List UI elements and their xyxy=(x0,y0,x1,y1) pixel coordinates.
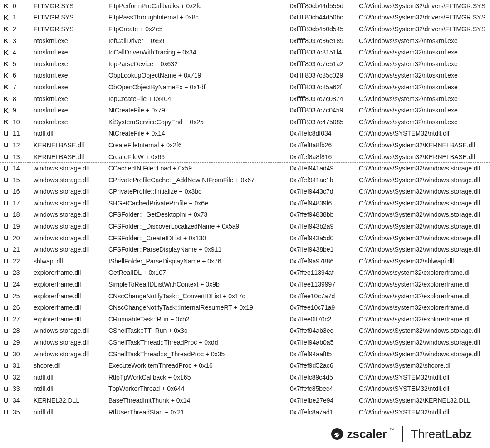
stack-row[interactable]: U17windows.storage.dllSHGetCachedPrivate… xyxy=(0,197,490,209)
address-cell: 0x7ffef94aaf85 xyxy=(290,348,359,360)
index-cell: 19 xyxy=(13,220,34,232)
mode-cell: U xyxy=(0,290,13,302)
stack-row[interactable]: K6ntoskrnl.exeObpLookupObjectName + 0x71… xyxy=(0,70,490,82)
stack-row[interactable]: U32ntdll.dllRtlpTpWorkCallback + 0x1650x… xyxy=(0,371,490,383)
function-cell: FltpPassThroughInternal + 0x8c xyxy=(108,12,290,24)
index-cell: 22 xyxy=(13,255,34,267)
index-cell: 0 xyxy=(13,0,34,12)
stack-row[interactable]: K2FLTMGR.SYSFltpCreate + 0x2e50xfffff80c… xyxy=(0,23,490,35)
module-cell: windows.storage.dll xyxy=(34,174,108,186)
address-cell: 0x7ffef94838bb xyxy=(290,209,359,221)
module-cell: ntoskrnl.exe xyxy=(34,104,108,116)
index-cell: 25 xyxy=(13,290,34,302)
stack-row[interactable]: U11ntdll.dllNtCreateFile + 0x140x7ffefc8… xyxy=(0,128,490,140)
mode-cell: U xyxy=(0,267,13,279)
address-cell: 0xfffff8037c85a62f xyxy=(290,81,359,93)
stack-row[interactable]: K3ntoskrnl.exeIofCallDriver + 0x590xffff… xyxy=(0,35,490,47)
path-cell: C:\Windows\System32\windows.storage.dll xyxy=(359,348,490,360)
address-cell: 0x7ffef943b2a9 xyxy=(290,220,359,232)
mode-cell: U xyxy=(0,174,13,186)
function-cell: ExecuteWorkItemThreadProc + 0x16 xyxy=(108,360,290,371)
path-cell: C:\Windows\system32\explorerframe.dll xyxy=(359,290,490,302)
index-cell: 15 xyxy=(13,174,34,186)
function-cell: IofCallDriver + 0x59 xyxy=(108,35,290,47)
stack-row[interactable]: U14windows.storage.dllCCachedINIFile::Lo… xyxy=(0,162,490,174)
stack-row[interactable]: U34KERNEL32.DLLBaseThreadInitThunk + 0x1… xyxy=(0,394,490,406)
stack-row[interactable]: U13KERNELBASE.dllCreateFileW + 0x660x7ff… xyxy=(0,151,490,163)
stack-row[interactable]: U27explorerframe.dllCRunnableTask::Run +… xyxy=(0,313,490,325)
address-cell: 0x7ffef94ab3ec xyxy=(290,325,359,337)
stack-row[interactable]: K7ntoskrnl.exeObOpenObjectByNameEx + 0x1… xyxy=(0,81,490,93)
stack-row[interactable]: U18windows.storage.dllCFSFolder::_GetDes… xyxy=(0,209,490,221)
stack-row[interactable]: U31shcore.dllExecuteWorkItemThreadProc +… xyxy=(0,360,490,371)
address-cell: 0x7ffefc8df034 xyxy=(290,128,359,140)
stack-row[interactable]: U21windows.storage.dllCFSFolder::ParseDi… xyxy=(0,243,490,255)
address-cell: 0x7ffefc89c4d5 xyxy=(290,371,359,383)
stack-row[interactable]: U12KERNELBASE.dllCreateFileInternal + 0x… xyxy=(0,139,490,151)
stack-row[interactable]: K8ntoskrnl.exeIopCreateFile + 0x4040xfff… xyxy=(0,93,490,105)
module-cell: shcore.dll xyxy=(34,360,108,371)
index-cell: 33 xyxy=(13,383,34,395)
address-cell: 0x7ffef9438be1 xyxy=(290,243,359,255)
index-cell: 21 xyxy=(13,243,34,255)
stack-row[interactable]: U24explorerframe.dllSimpleToRealIDListWi… xyxy=(0,278,490,290)
index-cell: 3 xyxy=(13,35,34,47)
stack-row[interactable]: K9ntoskrnl.exeNtCreateFile + 0x790xfffff… xyxy=(0,104,490,116)
address-cell: 0xfffff8037c7c0874 xyxy=(290,93,359,105)
mode-cell: U xyxy=(0,360,13,371)
stack-row[interactable]: U28windows.storage.dllCShellTask::TT_Run… xyxy=(0,325,490,337)
index-cell: 10 xyxy=(13,116,34,128)
function-cell: FltpPerformPreCallbacks + 0x2fd xyxy=(108,0,290,12)
mode-cell: U xyxy=(0,394,13,406)
mode-cell: U xyxy=(0,232,13,244)
stack-row[interactable]: K4ntoskrnl.exeIoCallDriverWithTracing + … xyxy=(0,46,490,58)
function-cell: RtlUserThreadStart + 0x21 xyxy=(108,406,290,418)
stack-row[interactable]: U35ntdll.dllRtlUserThreadStart + 0x210x7… xyxy=(0,406,490,418)
path-cell: C:\Windows\System32\windows.storage.dll xyxy=(359,186,490,198)
index-cell: 4 xyxy=(13,46,34,58)
stack-row[interactable]: U15windows.storage.dllCPrivateProfileCac… xyxy=(0,174,490,186)
function-cell: CShellTask::TT_Run + 0x3c xyxy=(108,325,290,337)
stack-row[interactable]: K0FLTMGR.SYSFltpPerformPreCallbacks + 0x… xyxy=(0,0,490,12)
stack-row[interactable]: U33ntdll.dllTppWorkerThread + 0x6440x7ff… xyxy=(0,383,490,395)
module-cell: shlwapi.dll xyxy=(34,255,108,267)
mode-cell: U xyxy=(0,162,13,174)
stack-row[interactable]: K5ntoskrnl.exeIopParseDevice + 0x6320xff… xyxy=(0,58,490,70)
threatlabz-pre: Threat xyxy=(411,427,445,441)
address-cell: 0x7ffef8a8f816 xyxy=(290,151,359,163)
mode-cell: U xyxy=(0,220,13,232)
function-cell: KiSystemServiceCopyEnd + 0x25 xyxy=(108,116,290,128)
module-cell: FLTMGR.SYS xyxy=(34,23,108,35)
path-cell: C:\Windows\system32\explorerframe.dll xyxy=(359,278,490,290)
stack-row[interactable]: U22shlwapi.dllIShellFolder_ParseDisplayN… xyxy=(0,255,490,267)
index-cell: 29 xyxy=(13,336,34,348)
module-cell: ntoskrnl.exe xyxy=(34,116,108,128)
address-cell: 0x7ffee0ff70c2 xyxy=(290,313,359,325)
function-cell: CFSFolder::_GetDesktopIni + 0x73 xyxy=(108,209,290,221)
address-cell: 0x7ffee11394af xyxy=(290,267,359,279)
stack-row[interactable]: K1FLTMGR.SYSFltpPassThroughInternal + 0x… xyxy=(0,12,490,24)
module-cell: ntdll.dll xyxy=(34,383,108,395)
index-cell: 2 xyxy=(13,23,34,35)
path-cell: C:\Windows\system32\explorerframe.dll xyxy=(359,302,490,313)
mode-cell: K xyxy=(0,104,13,116)
stack-row[interactable]: U29windows.storage.dllCShellTaskThread::… xyxy=(0,336,490,348)
path-cell: C:\Windows\system32\ntoskrnl.exe xyxy=(359,58,490,70)
stack-row[interactable]: U26explorerframe.dllCNscChangeNotifyTask… xyxy=(0,302,490,313)
stack-row[interactable]: U30windows.storage.dllCShellTaskThread::… xyxy=(0,348,490,360)
index-cell: 8 xyxy=(13,93,34,105)
mode-cell: U xyxy=(0,383,13,395)
stack-row[interactable]: U16windows.storage.dllCPrivateProfile::I… xyxy=(0,186,490,198)
address-cell: 0x7ffef8a8fb26 xyxy=(290,139,359,151)
stack-row[interactable]: U20windows.storage.dllCFSFolder::_Create… xyxy=(0,232,490,244)
function-cell: ObpLookupObjectName + 0x719 xyxy=(108,70,290,82)
address-cell: 0x7ffee1139997 xyxy=(290,278,359,290)
stack-row[interactable]: U25explorerframe.dllCNscChangeNotifyTask… xyxy=(0,290,490,302)
function-cell: IopCreateFile + 0x404 xyxy=(108,93,290,105)
module-cell: KERNELBASE.dll xyxy=(34,139,108,151)
stack-row[interactable]: U19windows.storage.dllCFSFolder::_Discov… xyxy=(0,220,490,232)
address-cell: 0xfffff80cb450d545 xyxy=(290,23,359,35)
stack-row[interactable]: K10ntoskrnl.exeKiSystemServiceCopyEnd + … xyxy=(0,116,490,128)
stack-row[interactable]: U23explorerframe.dllGetRealIDL + 0x1070x… xyxy=(0,267,490,279)
path-cell: C:\Windows\system32\ntoskrnl.exe xyxy=(359,116,490,128)
